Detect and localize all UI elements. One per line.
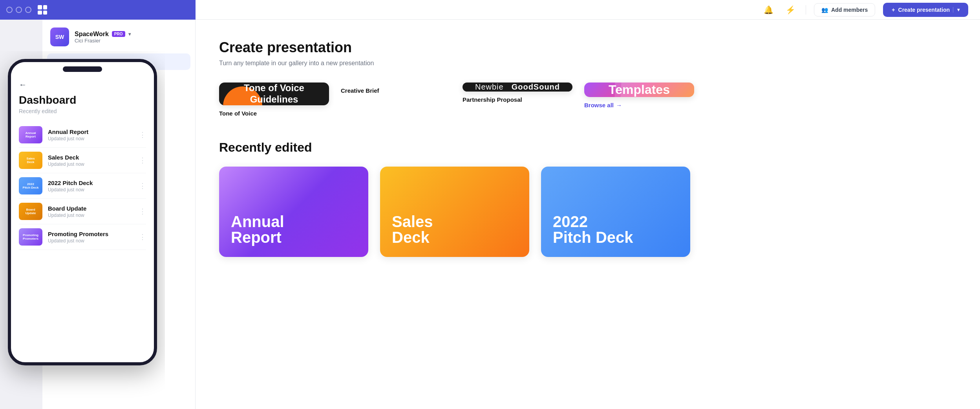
list-item[interactable]: SalesDeck Sales Deck Updated just now ⋮ [19,148,146,173]
recent-annual-text: AnnualReport [231,214,284,245]
phone-mockup: ← Dashboard Recently edited AnnualReport… [8,59,157,365]
item-info-annual: Annual Report Updated just now [48,128,133,141]
template-card-browse[interactable]: Templates Browse all → [584,83,694,108]
phone-screen-subtitle: Recently edited [19,108,146,114]
item-name: Annual Report [48,128,133,135]
app-grid-icon[interactable] [36,4,49,16]
create-section-title: Create presentation [219,39,956,56]
list-item[interactable]: AnnualReport Annual Report Updated just … [19,122,146,148]
chevron-down-icon[interactable]: ▾ [128,31,131,37]
partner-logo-1: Newbie [475,83,504,92]
workspace-name: SpaceWork PRO ▾ [75,31,187,38]
workspace-info: SpaceWork PRO ▾ Cici Frasier [75,31,187,44]
sidebar-header: SW SpaceWork PRO ▾ Cici Frasier [42,20,195,50]
template-label-creative: Creative Brief [341,87,451,94]
list-item[interactable]: 2022Pitch Deck 2022 Pitch Deck Updated j… [19,173,146,199]
phone-notch [63,66,102,72]
item-name: 2022 Pitch Deck [48,180,133,186]
partner-logo-2: GoodSound [512,83,560,92]
templates-card-text: Templates [609,83,670,97]
template-card-partnership[interactable]: Newbie GoodSound Partnership Proposal [463,83,572,103]
phone-back-button[interactable]: ← [19,80,146,89]
header-divider [806,5,806,15]
recent-section-title: Recently edited [219,140,956,155]
item-info-promo: Promoting Promoters Updated just now [48,231,133,244]
template-thumb-tov: Tone of Voice Guidelines [219,83,329,105]
add-members-icon: 👥 [821,7,828,13]
header-actions: 🔔 ⚡ 👥 Add members + Create presentation … [196,0,980,20]
list-item[interactable]: BoardUpdate Board Update Updated just no… [19,199,146,224]
create-presentation-button[interactable]: + Create presentation ▾ [883,3,968,17]
add-members-button[interactable]: 👥 Add members [814,3,875,17]
recent-pitch-text: 2022Pitch Deck [553,214,633,245]
notification-button[interactable]: 🔔 [762,3,776,17]
bell-icon: 🔔 [764,5,773,15]
close-dot[interactable] [6,7,13,13]
thumbnail-sales: SalesDeck [19,152,42,169]
item-time: Updated just now [48,213,133,218]
item-info-board: Board Update Updated just now [48,205,133,218]
item-time: Updated just now [48,136,133,141]
template-card-tov[interactable]: Tone of Voice Guidelines Tone of Voice [219,83,329,117]
item-info-pitch: 2022 Pitch Deck Updated just now [48,180,133,193]
window-controls [6,7,31,13]
item-info-sales: Sales Deck Updated just now [48,154,133,167]
phone-content: ← Dashboard Recently edited AnnualReport… [11,76,154,254]
recent-card-annual[interactable]: AnnualReport [219,167,368,257]
more-menu-icon[interactable]: ⋮ [139,182,146,190]
template-thumb-browse: Templates [584,83,694,97]
recent-sales-text: SalesDeck [392,214,433,245]
maximize-dot[interactable] [25,7,31,13]
main-content: Create presentation Turn any template in… [196,20,980,409]
browse-arrow-icon: → [616,102,622,108]
plus-icon: + [892,7,895,13]
thumbnail-pitch: 2022Pitch Deck [19,177,42,194]
recent-card-sales[interactable]: SalesDeck [380,167,529,257]
more-menu-icon[interactable]: ⋮ [139,207,146,216]
phone-screen-title: Dashboard [19,94,146,106]
workspace-avatar: SW [50,28,69,46]
template-label-partnership: Partnership Proposal [463,96,572,103]
phone-notch-bar [11,62,154,76]
user-name: Cici Frasier [75,38,187,44]
template-label-tov: Tone of Voice [219,110,329,117]
item-time: Updated just now [48,161,133,167]
template-thumb-partnership: Newbie GoodSound [463,83,572,92]
tov-title-text: Tone of Voice Guidelines [244,83,304,105]
create-dropdown-arrow[interactable]: ▾ [953,7,960,13]
browse-all-link[interactable]: Browse all → [584,102,694,108]
item-name: Promoting Promoters [48,231,133,237]
recent-grid: AnnualReport SalesDeck 2022Pitch Deck [219,167,956,257]
item-time: Updated just now [48,187,133,193]
recent-card-pitch[interactable]: 2022Pitch Deck [541,167,690,257]
more-menu-icon[interactable]: ⋮ [139,130,146,139]
bolt-button[interactable]: ⚡ [784,3,798,17]
template-card-creative[interactable]: CREATIVE BRIEF° Creative Brief [341,83,451,94]
minimize-dot[interactable] [16,7,22,13]
thumbnail-board: BoardUpdate [19,203,42,220]
bolt-icon: ⚡ [786,5,795,15]
templates-grid: Tone of Voice Guidelines Tone of Voice C… [219,83,956,117]
item-time: Updated just now [48,238,133,244]
thumbnail-promo: PromotingPromoters [19,228,42,246]
item-name: Board Update [48,205,133,212]
list-item[interactable]: PromotingPromoters Promoting Promoters U… [19,224,146,250]
phone-mockup-wrapper: ← Dashboard Recently edited AnnualReport… [0,51,165,409]
thumbnail-annual: AnnualReport [19,126,42,143]
pro-badge: PRO [112,31,125,37]
item-name: Sales Deck [48,154,133,161]
create-section-subtitle: Turn any template in our gallery into a … [219,60,956,67]
more-menu-icon[interactable]: ⋮ [139,233,146,241]
more-menu-icon[interactable]: ⋮ [139,156,146,165]
